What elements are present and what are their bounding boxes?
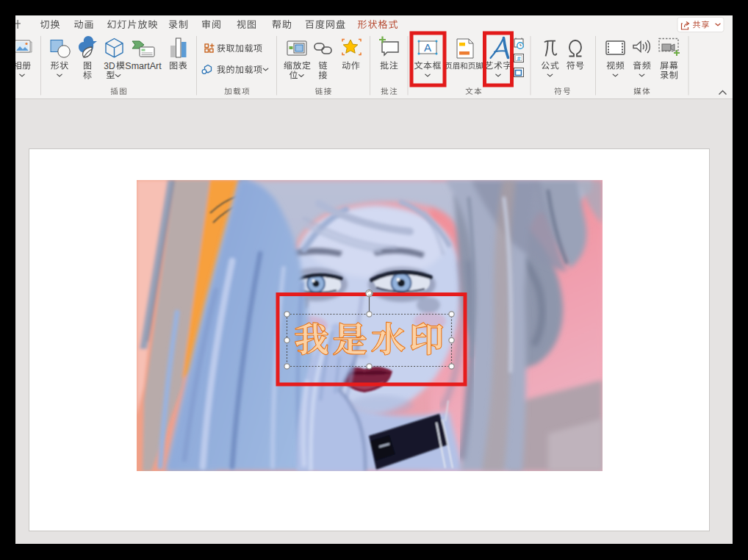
svg-text:#: #: [517, 55, 521, 62]
svg-text:SmartArt: SmartArt: [125, 61, 162, 71]
svg-text:A: A: [424, 41, 431, 54]
svg-text:3D: 3D: [104, 61, 115, 71]
